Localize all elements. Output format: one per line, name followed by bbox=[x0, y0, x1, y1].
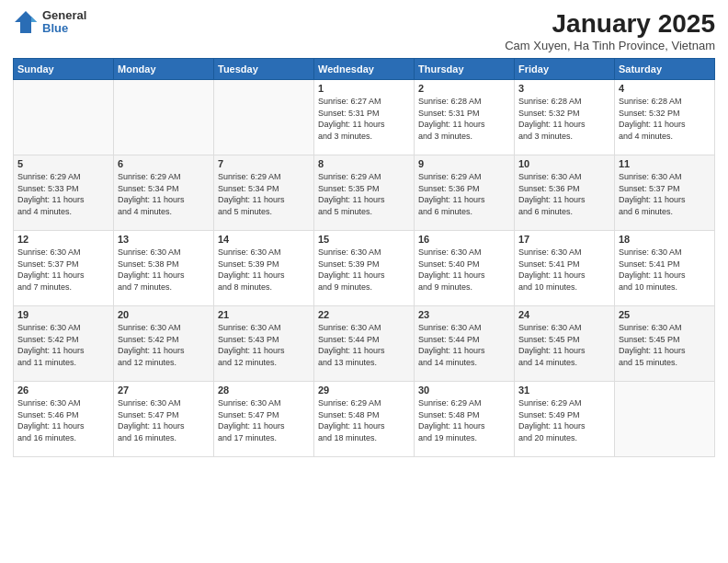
weekday-header: Sunday bbox=[14, 59, 114, 80]
calendar-cell: 16Sunrise: 6:30 AM Sunset: 5:40 PM Dayli… bbox=[415, 231, 515, 306]
day-info: Sunrise: 6:29 AM Sunset: 5:48 PM Dayligh… bbox=[418, 397, 510, 443]
logo-text: General Blue bbox=[42, 9, 86, 36]
weekday-header: Wednesday bbox=[314, 59, 415, 80]
day-number: 3 bbox=[518, 83, 610, 94]
calendar-cell: 26Sunrise: 6:30 AM Sunset: 5:46 PM Dayli… bbox=[14, 382, 114, 457]
day-info: Sunrise: 6:30 AM Sunset: 5:37 PM Dayligh… bbox=[17, 247, 109, 293]
day-number: 31 bbox=[518, 385, 610, 396]
day-number: 22 bbox=[318, 309, 410, 320]
calendar-week-row: 5Sunrise: 6:29 AM Sunset: 5:33 PM Daylig… bbox=[14, 155, 715, 231]
calendar-cell: 1Sunrise: 6:27 AM Sunset: 5:31 PM Daylig… bbox=[314, 80, 415, 155]
calendar-cell: 17Sunrise: 6:30 AM Sunset: 5:41 PM Dayli… bbox=[515, 231, 615, 306]
day-info: Sunrise: 6:30 AM Sunset: 5:45 PM Dayligh… bbox=[619, 322, 711, 368]
day-info: Sunrise: 6:30 AM Sunset: 5:41 PM Dayligh… bbox=[518, 247, 610, 293]
calendar-cell: 2Sunrise: 6:28 AM Sunset: 5:31 PM Daylig… bbox=[415, 80, 515, 155]
calendar-cell: 12Sunrise: 6:30 AM Sunset: 5:37 PM Dayli… bbox=[14, 231, 114, 306]
calendar-title: January 2025 bbox=[505, 9, 715, 39]
weekday-header: Friday bbox=[515, 59, 615, 80]
calendar-week-row: 19Sunrise: 6:30 AM Sunset: 5:42 PM Dayli… bbox=[14, 306, 715, 382]
weekday-header: Thursday bbox=[415, 59, 515, 80]
calendar-week-row: 1Sunrise: 6:27 AM Sunset: 5:31 PM Daylig… bbox=[14, 80, 715, 155]
calendar-cell: 7Sunrise: 6:29 AM Sunset: 5:34 PM Daylig… bbox=[214, 155, 314, 231]
calendar-cell: 14Sunrise: 6:30 AM Sunset: 5:39 PM Dayli… bbox=[214, 231, 314, 306]
day-info: Sunrise: 6:30 AM Sunset: 5:39 PM Dayligh… bbox=[318, 247, 410, 293]
calendar-cell: 29Sunrise: 6:29 AM Sunset: 5:48 PM Dayli… bbox=[314, 382, 415, 457]
calendar-cell bbox=[214, 80, 314, 155]
header: General Blue January 2025 Cam Xuyen, Ha … bbox=[13, 9, 715, 52]
day-number: 28 bbox=[218, 385, 310, 396]
day-info: Sunrise: 6:29 AM Sunset: 5:35 PM Dayligh… bbox=[318, 171, 410, 217]
day-number: 6 bbox=[118, 158, 210, 169]
page: General Blue January 2025 Cam Xuyen, Ha … bbox=[0, 0, 728, 563]
day-number: 13 bbox=[118, 234, 210, 245]
day-number: 4 bbox=[619, 83, 711, 94]
day-info: Sunrise: 6:30 AM Sunset: 5:41 PM Dayligh… bbox=[619, 247, 711, 293]
calendar-week-row: 26Sunrise: 6:30 AM Sunset: 5:46 PM Dayli… bbox=[14, 382, 715, 457]
day-number: 7 bbox=[218, 158, 310, 169]
day-number: 23 bbox=[418, 309, 510, 320]
calendar-cell: 9Sunrise: 6:29 AM Sunset: 5:36 PM Daylig… bbox=[415, 155, 515, 231]
day-info: Sunrise: 6:30 AM Sunset: 5:37 PM Dayligh… bbox=[619, 171, 711, 217]
calendar-cell: 6Sunrise: 6:29 AM Sunset: 5:34 PM Daylig… bbox=[114, 155, 214, 231]
day-number: 16 bbox=[418, 234, 510, 245]
calendar-cell: 23Sunrise: 6:30 AM Sunset: 5:44 PM Dayli… bbox=[415, 306, 515, 382]
day-info: Sunrise: 6:29 AM Sunset: 5:48 PM Dayligh… bbox=[318, 397, 410, 443]
day-number: 29 bbox=[318, 385, 410, 396]
calendar-cell: 5Sunrise: 6:29 AM Sunset: 5:33 PM Daylig… bbox=[14, 155, 114, 231]
day-number: 11 bbox=[619, 158, 711, 169]
day-info: Sunrise: 6:29 AM Sunset: 5:33 PM Dayligh… bbox=[17, 171, 109, 217]
day-number: 21 bbox=[218, 309, 310, 320]
weekday-header: Monday bbox=[114, 59, 214, 80]
day-info: Sunrise: 6:30 AM Sunset: 5:47 PM Dayligh… bbox=[118, 397, 210, 443]
weekday-header: Tuesday bbox=[214, 59, 314, 80]
day-number: 24 bbox=[518, 309, 610, 320]
calendar-cell bbox=[14, 80, 114, 155]
day-info: Sunrise: 6:30 AM Sunset: 5:39 PM Dayligh… bbox=[218, 247, 310, 293]
title-area: January 2025 Cam Xuyen, Ha Tinh Province… bbox=[505, 9, 715, 52]
calendar-cell: 28Sunrise: 6:30 AM Sunset: 5:47 PM Dayli… bbox=[214, 382, 314, 457]
day-info: Sunrise: 6:30 AM Sunset: 5:46 PM Dayligh… bbox=[17, 397, 109, 443]
calendar-cell: 13Sunrise: 6:30 AM Sunset: 5:38 PM Dayli… bbox=[114, 231, 214, 306]
svg-marker-1 bbox=[31, 17, 37, 22]
calendar-cell bbox=[615, 382, 715, 457]
day-number: 25 bbox=[619, 309, 711, 320]
logo-general: General bbox=[42, 9, 86, 22]
day-info: Sunrise: 6:29 AM Sunset: 5:36 PM Dayligh… bbox=[418, 171, 510, 217]
calendar-cell: 10Sunrise: 6:30 AM Sunset: 5:36 PM Dayli… bbox=[515, 155, 615, 231]
day-number: 26 bbox=[17, 385, 109, 396]
day-info: Sunrise: 6:28 AM Sunset: 5:32 PM Dayligh… bbox=[518, 96, 610, 142]
day-number: 8 bbox=[318, 158, 410, 169]
calendar-cell: 11Sunrise: 6:30 AM Sunset: 5:37 PM Dayli… bbox=[615, 155, 715, 231]
day-info: Sunrise: 6:30 AM Sunset: 5:47 PM Dayligh… bbox=[218, 397, 310, 443]
calendar-subtitle: Cam Xuyen, Ha Tinh Province, Vietnam bbox=[505, 39, 715, 52]
day-number: 19 bbox=[17, 309, 109, 320]
weekday-header-row: SundayMondayTuesdayWednesdayThursdayFrid… bbox=[14, 59, 715, 80]
day-info: Sunrise: 6:28 AM Sunset: 5:31 PM Dayligh… bbox=[418, 96, 510, 142]
calendar-cell: 4Sunrise: 6:28 AM Sunset: 5:32 PM Daylig… bbox=[615, 80, 715, 155]
day-info: Sunrise: 6:30 AM Sunset: 5:38 PM Dayligh… bbox=[118, 247, 210, 293]
day-info: Sunrise: 6:28 AM Sunset: 5:32 PM Dayligh… bbox=[619, 96, 711, 142]
logo-blue: Blue bbox=[42, 22, 86, 35]
day-info: Sunrise: 6:29 AM Sunset: 5:34 PM Dayligh… bbox=[218, 171, 310, 217]
day-number: 15 bbox=[318, 234, 410, 245]
day-number: 20 bbox=[118, 309, 210, 320]
day-info: Sunrise: 6:30 AM Sunset: 5:42 PM Dayligh… bbox=[17, 322, 109, 368]
day-info: Sunrise: 6:30 AM Sunset: 5:44 PM Dayligh… bbox=[418, 322, 510, 368]
day-number: 27 bbox=[118, 385, 210, 396]
day-info: Sunrise: 6:30 AM Sunset: 5:36 PM Dayligh… bbox=[518, 171, 610, 217]
calendar-cell: 22Sunrise: 6:30 AM Sunset: 5:44 PM Dayli… bbox=[314, 306, 415, 382]
day-number: 12 bbox=[17, 234, 109, 245]
calendar-cell: 30Sunrise: 6:29 AM Sunset: 5:48 PM Dayli… bbox=[415, 382, 515, 457]
calendar-cell bbox=[114, 80, 214, 155]
calendar-table: SundayMondayTuesdayWednesdayThursdayFrid… bbox=[13, 58, 715, 457]
day-number: 9 bbox=[418, 158, 510, 169]
day-number: 18 bbox=[619, 234, 711, 245]
day-number: 5 bbox=[17, 158, 109, 169]
day-number: 10 bbox=[518, 158, 610, 169]
calendar-week-row: 12Sunrise: 6:30 AM Sunset: 5:37 PM Dayli… bbox=[14, 231, 715, 306]
calendar-cell: 27Sunrise: 6:30 AM Sunset: 5:47 PM Dayli… bbox=[114, 382, 214, 457]
day-info: Sunrise: 6:30 AM Sunset: 5:45 PM Dayligh… bbox=[518, 322, 610, 368]
calendar-cell: 3Sunrise: 6:28 AM Sunset: 5:32 PM Daylig… bbox=[515, 80, 615, 155]
weekday-header: Saturday bbox=[615, 59, 715, 80]
calendar-cell: 19Sunrise: 6:30 AM Sunset: 5:42 PM Dayli… bbox=[14, 306, 114, 382]
